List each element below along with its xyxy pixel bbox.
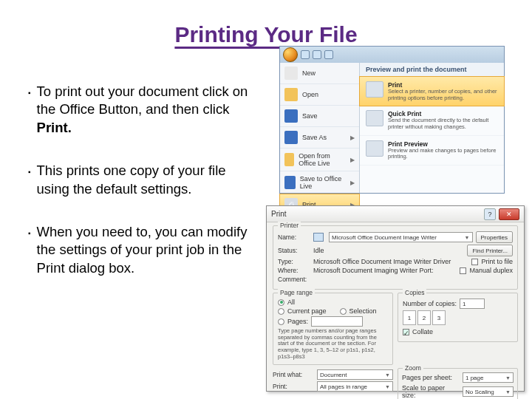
copies-group: Copies Number of copies:1 123 ✓Collate: [398, 293, 518, 342]
close-button[interactable]: ✕: [499, 208, 519, 220]
collate-label: Collate: [412, 328, 433, 335]
print-what-combo[interactable]: Document▼: [317, 369, 393, 380]
print-dialog-screenshot: Print ? ✕ Printer Name: Microsoft Office…: [266, 205, 525, 392]
pages-label: Pages:: [287, 318, 308, 325]
print-dialog-title: Print: [271, 210, 484, 218]
print-to-file-checkbox[interactable]: [471, 259, 478, 265]
pages-input[interactable]: [311, 316, 363, 327]
bullet-1: ▪ To print out your document click on th…: [28, 83, 250, 137]
properties-button[interactable]: Properties: [476, 231, 513, 243]
scale-label: Scale to paper size:: [402, 384, 460, 399]
bullet-3: ▪ When you need to, you can modify the s…: [28, 223, 250, 277]
chevron-right-icon: ▶: [350, 180, 355, 186]
office-menu-open-live[interactable]: Open from Office Live▶: [280, 149, 359, 171]
range-legend: Page range: [278, 289, 315, 296]
all-label: All: [287, 299, 295, 306]
current-label: Current page: [287, 307, 327, 315]
bullet-icon: ▪: [28, 167, 31, 198]
office-menu-saveas[interactable]: Save As▶: [280, 127, 359, 149]
name-label: Name:: [278, 233, 310, 241]
slide-body: ▪ To print out your document click on th…: [28, 83, 250, 302]
print-option-print[interactable]: PrintSelect a printer, number of copies,…: [359, 76, 505, 106]
chevron-right-icon: ▶: [350, 157, 355, 163]
bullet-2: ▪ This prints one copy of your file usin…: [28, 162, 250, 198]
quick-print-icon: [366, 110, 383, 126]
status-label: Status:: [278, 247, 310, 254]
pages-hint: Type page numbers and/or page ranges sep…: [278, 328, 388, 360]
where-value: Microsoft Document Imaging Writer Port:: [313, 267, 433, 274]
office-ribbon-top: [280, 47, 504, 63]
printer-name-combo[interactable]: Microsoft Office Document Image Writer▼: [329, 232, 473, 242]
bullet-3-text: When you need to, you can modify the set…: [37, 223, 250, 277]
printer-legend: Printer: [278, 222, 301, 229]
chevron-right-icon: ▶: [350, 134, 355, 141]
page-range-group: Page range All Current pageSelection Pag…: [273, 293, 393, 365]
print-preview-icon: [366, 140, 383, 157]
qat-button[interactable]: [313, 50, 321, 59]
comment-label: Comment:: [278, 276, 310, 283]
open-icon: [284, 88, 298, 101]
new-icon: [284, 66, 298, 80]
printer-group: Printer Name: Microsoft Office Document …: [273, 225, 518, 290]
collate-illustration: 123: [403, 310, 513, 325]
bullet-2-text: This prints one copy of your file using …: [37, 162, 250, 198]
office-menu-right: Preview and print the document PrintSele…: [360, 63, 504, 193]
status-value: Idle: [313, 247, 324, 254]
print-icon: [366, 81, 383, 98]
office-menu-left: New Open Save Save As▶ Open from Office …: [280, 63, 360, 193]
print-what-label: Print what:: [273, 371, 314, 378]
save-as-icon: [284, 131, 298, 144]
print-to-file-label: Print to file: [481, 258, 513, 265]
office-menu-screenshot: New Open Save Save As▶ Open from Office …: [279, 46, 505, 194]
manual-duplex-checkbox[interactable]: [460, 267, 466, 274]
office-menu-open[interactable]: Open: [280, 84, 359, 106]
where-label: Where:: [278, 267, 310, 274]
chevron-down-icon: ▼: [465, 235, 470, 240]
open-live-icon: [284, 153, 294, 166]
print-option-quick[interactable]: Quick PrintSend the document directly to…: [360, 106, 504, 135]
type-label: Type:: [278, 258, 310, 265]
print-option-preview[interactable]: Print PreviewPreview and make changes to…: [360, 136, 504, 166]
type-value: Microsoft Office Document Image Writer D…: [313, 258, 451, 265]
selection-radio[interactable]: [340, 308, 347, 315]
zoom-group: Zoom Pages per sheet:1 page▼ Scale to pa…: [398, 368, 518, 399]
printer-icon: [313, 233, 324, 242]
copies-legend: Copies: [403, 289, 426, 296]
pps-combo[interactable]: 1 page▼: [463, 372, 514, 383]
all-radio[interactable]: [278, 299, 284, 306]
current-radio[interactable]: [278, 308, 284, 315]
bullet-icon: ▪: [28, 228, 31, 277]
slide-title: Printing Your File: [0, 0, 532, 47]
manual-duplex-label: Manual duplex: [469, 267, 513, 274]
pages-radio[interactable]: [278, 318, 284, 325]
collate-checkbox[interactable]: ✓: [403, 329, 409, 335]
print-pages-label: Print:: [273, 383, 314, 390]
scale-combo[interactable]: No Scaling▼: [463, 386, 514, 397]
bullet-1-text: To print out your document click on the …: [37, 83, 250, 137]
print-pages-combo[interactable]: All pages in range▼: [317, 381, 393, 392]
qat-button[interactable]: [301, 50, 310, 59]
help-button[interactable]: ?: [484, 208, 496, 220]
qat-button[interactable]: [324, 50, 333, 59]
office-menu-new[interactable]: New: [280, 63, 359, 84]
office-menu-save-live[interactable]: Save to Office Live▶: [280, 171, 359, 194]
print-panel-header: Preview and print the document: [360, 63, 504, 77]
num-copies-label: Number of copies:: [403, 300, 457, 307]
bullet-icon: ▪: [28, 88, 31, 137]
find-printer-button[interactable]: Find Printer...: [467, 245, 513, 256]
selection-label: Selection: [349, 307, 377, 315]
save-icon: [284, 109, 298, 123]
copies-spinner[interactable]: 1: [460, 299, 485, 309]
zoom-legend: Zoom: [403, 364, 423, 372]
office-menu-save[interactable]: Save: [280, 106, 359, 127]
office-button-icon[interactable]: [283, 47, 298, 62]
save-live-icon: [284, 176, 296, 189]
print-dialog-titlebar: Print ? ✕: [267, 206, 524, 222]
pps-label: Pages per sheet:: [402, 374, 460, 381]
